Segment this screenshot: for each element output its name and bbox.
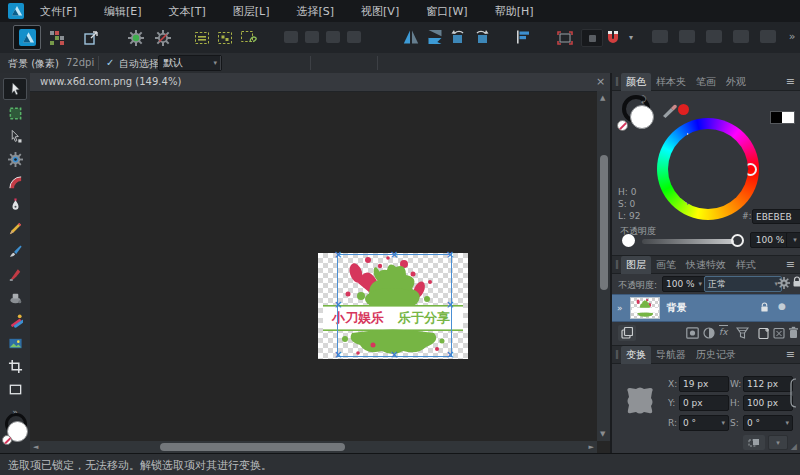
selection-handle-se[interactable]: × [446, 351, 454, 359]
menu-file[interactable]: 文件[F] [34, 2, 83, 21]
selection-handle-nw[interactable]: × [334, 251, 342, 259]
rotation-dropdown[interactable]: 0 °▾ [679, 415, 729, 431]
flip-horizontal-button[interactable] [402, 29, 419, 45]
x-input[interactable]: 19 px [679, 376, 729, 392]
knife-tool[interactable] [4, 264, 26, 284]
tab-stroke[interactable]: 笔画 [691, 73, 721, 91]
saturation-lightness-marker[interactable] [683, 192, 694, 203]
selection-handle-w[interactable]: × [334, 301, 342, 309]
link-dimensions-icon[interactable] [790, 378, 798, 408]
scroll-up-arrow[interactable]: ▲ [600, 92, 605, 104]
transform-mode-button[interactable] [743, 435, 765, 450]
layer-expand-icon[interactable]: » [617, 303, 623, 313]
toolbar-overflow-button[interactable]: » [786, 29, 798, 43]
panel-grip-icon[interactable]: ‖ [615, 260, 619, 269]
mask-layer-button[interactable] [686, 327, 699, 339]
layer-thumbnail[interactable] [630, 297, 660, 319]
develop-gear-red-button[interactable] [154, 29, 171, 46]
snapping-chevron[interactable]: ▾ [626, 32, 636, 42]
node-tool[interactable] [4, 126, 26, 146]
fill-color-well[interactable] [630, 105, 654, 129]
panel-resize-grip[interactable]: ◢ [791, 442, 797, 451]
scroll-left-arrow[interactable]: ◄ [33, 441, 38, 453]
selection-marquee-button[interactable] [194, 30, 210, 45]
menu-select[interactable]: 选择[S] [291, 2, 341, 21]
new-layer-button[interactable] [758, 327, 770, 339]
horizontal-scroll-thumb[interactable] [160, 443, 345, 451]
transform-mode-chevron[interactable]: ▾ [768, 435, 788, 450]
flip-vertical-button[interactable] [426, 29, 443, 45]
designer-persona-button[interactable] [13, 25, 41, 50]
rotate-left-button[interactable] [449, 29, 466, 45]
layer-lock-icon[interactable] [760, 302, 769, 313]
snap-bounds-button[interactable] [557, 30, 573, 45]
swap-colors-icon[interactable]: ⤸ [641, 94, 646, 105]
shear-dropdown[interactable]: 0 °▾ [743, 415, 793, 431]
fill-tool[interactable] [4, 287, 26, 307]
crop-tool[interactable] [4, 356, 26, 376]
fill-stroke-swatch[interactable] [3, 413, 27, 449]
anchor-point-selector[interactable] [622, 382, 658, 418]
snapping-magnet-button[interactable] [605, 29, 621, 45]
layer-effects-button[interactable]: fx [719, 325, 728, 338]
selection-subtract-button[interactable] [217, 30, 233, 45]
vector-brush-tool[interactable] [4, 241, 26, 261]
horizontal-scrollbar[interactable]: ◄ ► [30, 441, 597, 453]
tab-transform[interactable]: 变换 [621, 346, 651, 364]
tab-color[interactable]: 颜色 [621, 73, 651, 91]
color-wheel[interactable] [657, 118, 759, 220]
duplicate-layer-button[interactable] [618, 325, 636, 341]
place-image-tool[interactable] [4, 333, 26, 353]
artboard-tool[interactable] [4, 103, 26, 123]
corner-tool[interactable] [4, 172, 26, 192]
new-group-button[interactable] [773, 327, 785, 339]
pen-tool[interactable] [4, 195, 26, 215]
no-fill-swatch[interactable] [2, 435, 12, 445]
tab-history[interactable]: 历史记录 [691, 346, 741, 364]
rotate-right-button[interactable] [473, 29, 490, 45]
auto-select-label[interactable]: 自动选择 [119, 57, 159, 71]
h-input[interactable]: 100 px [743, 395, 793, 411]
live-filter-button[interactable] [736, 327, 749, 339]
selection-handle-e[interactable]: × [446, 301, 454, 309]
opacity-chevron[interactable]: ▾ [786, 232, 800, 248]
color-picker-icon[interactable] [660, 99, 680, 119]
vertical-scrollbar[interactable]: ▲ ▼ [597, 91, 610, 441]
primary-color-swatch[interactable] [782, 111, 795, 124]
auto-select-checkbox[interactable]: ✓ [106, 57, 114, 68]
opacity-slider-thumb[interactable] [731, 234, 744, 247]
rectangle-tool[interactable] [4, 379, 26, 399]
selection-handle-s[interactable]: × [390, 351, 398, 359]
selection-bounding-box[interactable]: × × × × × × × × [337, 254, 452, 357]
pencil-tool[interactable] [4, 218, 26, 238]
opacity-knob[interactable] [622, 234, 635, 247]
tab-quick-fx[interactable]: 快速特效 [681, 256, 731, 274]
develop-gear-green-button[interactable] [127, 29, 144, 46]
menu-window[interactable]: 窗口[W] [420, 2, 473, 21]
document-tab[interactable]: www.x6d.com.png (149.4%) [40, 76, 181, 87]
tab-appearance[interactable]: 外观 [721, 73, 751, 91]
menu-layer[interactable]: 图层[L] [227, 2, 276, 21]
layer-row-background[interactable]: » 背景 ● [612, 294, 800, 322]
snap-preset-toggle[interactable] [581, 29, 603, 47]
selection-handle-ne[interactable]: × [446, 251, 454, 259]
opacity-value[interactable]: 100 % [750, 232, 790, 248]
tab-styles[interactable]: 样式 [731, 256, 761, 274]
pixel-persona-button[interactable] [48, 29, 65, 46]
adjustment-layer-button[interactable] [703, 327, 715, 339]
tab-layers[interactable]: 图层 [621, 256, 651, 274]
selection-handle-n[interactable]: × [390, 251, 398, 259]
tab-navigator[interactable]: 导航器 [651, 346, 691, 364]
selection-handle-sw[interactable]: × [334, 351, 342, 359]
order-flag-button[interactable] [514, 29, 531, 45]
selection-lasso-button[interactable] [240, 29, 258, 45]
menu-help[interactable]: 帮助[H] [489, 2, 540, 21]
layer-opacity-dropdown[interactable]: 100 %▾ [662, 276, 706, 292]
point-transform-tool[interactable] [4, 149, 26, 169]
preset-dropdown[interactable]: 默认▾ [158, 55, 222, 71]
vertical-scroll-thumb[interactable] [600, 155, 608, 290]
layers-panel-menu-icon[interactable]: ≡ [786, 258, 795, 271]
w-input[interactable]: 112 px [743, 376, 793, 392]
y-input[interactable]: 0 px [679, 395, 729, 411]
menu-text[interactable]: 文本[T] [162, 2, 211, 21]
